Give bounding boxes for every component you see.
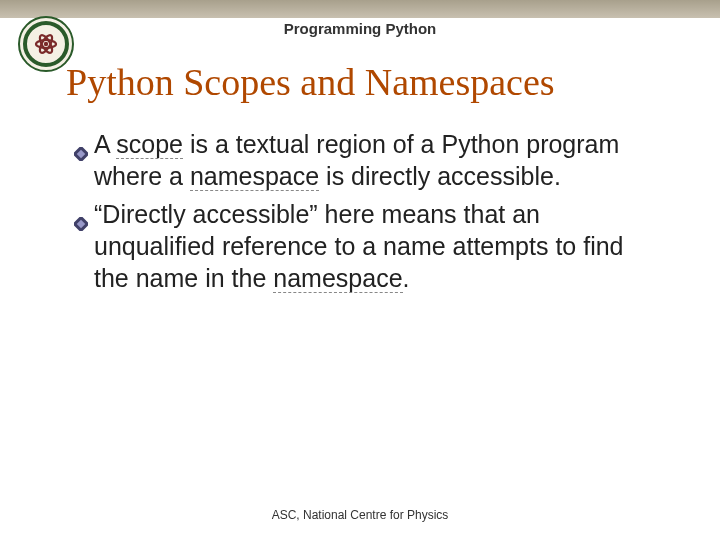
header-band: [0, 0, 720, 18]
bullet-text-underlined: scope: [116, 130, 183, 159]
bullet-item: “Directly accessible” here means that an…: [94, 198, 654, 294]
header-subtitle: Programming Python: [0, 20, 720, 37]
bullet-icon: [74, 136, 88, 150]
bullet-text-part: is directly accessible.: [319, 162, 561, 190]
bullet-text-part: .: [403, 264, 410, 292]
body-area: A scope is a textual region of a Python …: [94, 128, 654, 300]
footer-text: ASC, National Centre for Physics: [0, 508, 720, 522]
slide-title: Python Scopes and Namespaces: [66, 60, 555, 104]
bullet-text-underlined: namespace: [190, 162, 319, 191]
bullet-item: A scope is a textual region of a Python …: [94, 128, 654, 192]
bullet-icon: [74, 206, 88, 220]
svg-point-5: [44, 42, 48, 46]
bullet-text-underlined: namespace: [273, 264, 402, 293]
bullet-text-part: A: [94, 130, 116, 158]
